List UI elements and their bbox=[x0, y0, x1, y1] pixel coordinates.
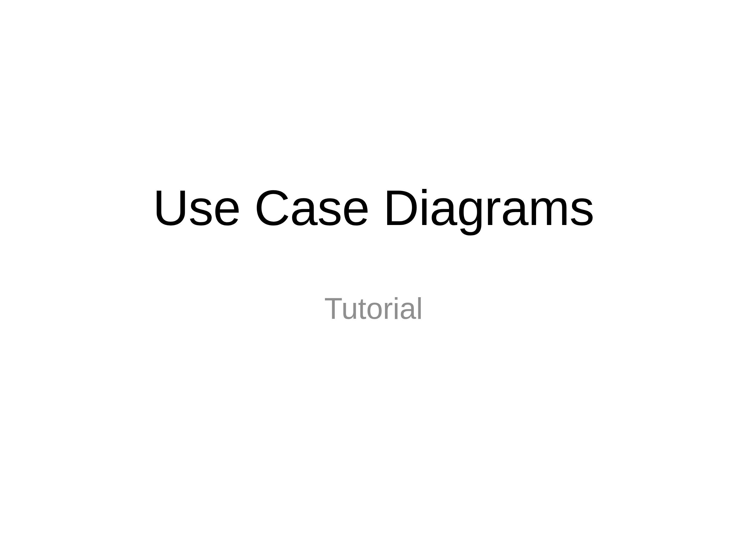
slide: Use Case Diagrams Tutorial bbox=[0, 0, 747, 560]
slide-title: Use Case Diagrams bbox=[153, 179, 594, 236]
slide-subtitle: Tutorial bbox=[324, 291, 423, 325]
